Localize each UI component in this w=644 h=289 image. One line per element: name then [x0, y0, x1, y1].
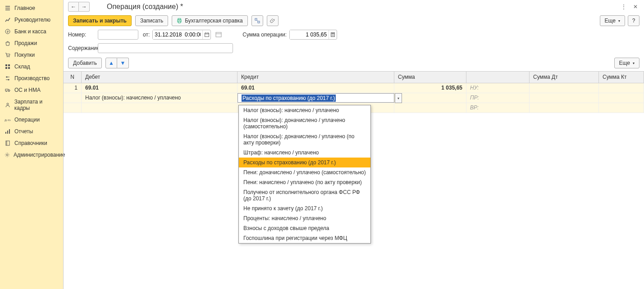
dropdown-item[interactable]: Налог (взносы): доначислено / уплачено (… — [239, 115, 370, 131]
dropdown-item[interactable]: Пени: доначислено / уплачено (самостояте… — [239, 167, 370, 177]
cell-empty[interactable] — [599, 103, 644, 113]
table-row[interactable]: Налог (взносы): начислено / уплачено Рас… — [64, 93, 644, 103]
col-credit[interactable]: Кредит — [238, 72, 394, 83]
cell-credit-sub-active[interactable]: Расходы по страхованию (до 2017 г.) ▾ — [238, 93, 394, 103]
more-button[interactable]: Еще▾ — [600, 15, 625, 26]
svg-point-45 — [333, 36, 333, 36]
dropdown-item[interactable]: Расходы по страхованию (до 2017 г.) — [239, 158, 370, 167]
svg-point-42 — [333, 35, 333, 35]
sidebar-item-label: Банк и касса — [14, 28, 46, 35]
dropdown-toggle-button[interactable]: ▾ — [395, 93, 402, 103]
book-icon — [5, 140, 11, 146]
svg-point-14 — [8, 79, 9, 81]
col-sumdt[interactable]: Сумма Дт — [530, 72, 599, 83]
sidebar-item-2[interactable]: ₽Банк и касса — [0, 26, 63, 37]
sidebar-item-8[interactable]: Зарплата и кадры — [0, 96, 63, 114]
svg-point-5 — [7, 56, 8, 57]
sidebar-item-11[interactable]: Справочники — [0, 137, 63, 149]
sidebar-item-label: Операции — [14, 117, 40, 123]
svg-rect-33 — [205, 33, 209, 37]
sidebar-item-10[interactable]: Отчеты — [0, 126, 63, 137]
dropdown-item[interactable]: Штраф: начислено / уплачено — [239, 148, 370, 158]
sidebar-item-1[interactable]: Руководителю — [0, 14, 63, 26]
sidebar-item-label: Справочники — [14, 140, 47, 146]
svg-rect-36 — [208, 32, 208, 33]
trend-up-icon — [5, 17, 11, 23]
dropdown-item[interactable]: Проценты: начислено / уплачено — [239, 213, 370, 223]
sidebar-item-9[interactable]: ДтКтОперации — [0, 114, 63, 126]
col-debit[interactable]: Дебет — [82, 72, 238, 83]
close-icon[interactable]: ✕ — [631, 3, 639, 11]
cell-empty — [394, 103, 466, 113]
date-input[interactable] — [153, 30, 202, 39]
cell-empty[interactable] — [530, 93, 599, 103]
person-icon — [5, 102, 11, 108]
periodic-icon[interactable] — [215, 32, 222, 38]
dropdown-item[interactable]: Взносы с доходов свыше предела — [239, 223, 370, 233]
help-button[interactable]: ? — [628, 15, 639, 26]
table-header: N Дебет Кредит Сумма Сумма Дт Сумма Кт — [64, 72, 644, 83]
sidebar-item-label: Склад — [14, 63, 30, 70]
credit-sub-dropdown: Налог (взносы): начислено / уплаченоНало… — [238, 105, 371, 244]
col-n[interactable]: N — [64, 72, 82, 83]
sidebar-item-label: Главное — [14, 5, 35, 11]
nav-forward-button[interactable]: → — [79, 2, 90, 12]
calculator-icon[interactable] — [329, 30, 337, 39]
svg-rect-37 — [216, 32, 221, 37]
save-and-close-button[interactable]: Записать и закрыть — [68, 15, 132, 26]
sidebar-item-4[interactable]: Покупки — [0, 49, 63, 61]
dropdown-item[interactable]: Не принято к зачету (до 2017 г.) — [239, 203, 370, 213]
cell-empty — [394, 93, 466, 103]
svg-rect-24 — [6, 141, 9, 145]
move-up-button[interactable]: ▲ — [105, 58, 117, 68]
table-more-button[interactable]: Еще▾ — [614, 58, 639, 68]
col-sumkt[interactable]: Сумма Кт — [599, 72, 644, 83]
svg-point-16 — [6, 91, 7, 92]
more-menu-icon[interactable]: ⋮ — [620, 3, 628, 11]
cell-empty[interactable] — [599, 93, 644, 103]
svg-rect-40 — [332, 33, 334, 34]
content-input[interactable] — [98, 43, 233, 53]
sum-input[interactable] — [290, 30, 329, 39]
cell-debit-account[interactable]: 69.01 — [82, 83, 238, 93]
sidebar-item-12[interactable]: Администрирование — [0, 149, 63, 161]
sidebar-item-7[interactable]: ОС и НМА — [0, 84, 63, 96]
number-input[interactable] — [98, 30, 138, 40]
sidebar-item-5[interactable]: Склад — [0, 61, 63, 72]
sidebar-item-label: Производство — [14, 75, 50, 81]
cell-empty[interactable] — [530, 103, 599, 113]
sidebar-item-6[interactable]: Производство — [0, 72, 63, 84]
printer-icon — [177, 18, 182, 23]
dropdown-item[interactable]: Налог (взносы): доначислено / уплачено (… — [239, 131, 370, 148]
add-row-button[interactable]: Добавить — [68, 58, 102, 68]
cell-credit-account[interactable]: 69.01 — [238, 83, 394, 93]
cell-debit-sub[interactable]: Налог (взносы): начислено / уплачено — [82, 93, 238, 103]
toggle-button-1[interactable] — [251, 15, 263, 26]
svg-rect-15 — [5, 89, 8, 91]
sidebar-item-3[interactable]: Продажи — [0, 37, 63, 49]
cell-sumkt[interactable] — [599, 83, 644, 93]
cell-sum[interactable]: 1 035,65 — [394, 83, 466, 93]
svg-point-46 — [333, 36, 334, 36]
col-sum[interactable]: Сумма — [394, 72, 466, 83]
attach-button[interactable] — [267, 15, 279, 26]
sidebar: ГлавноеРуководителю₽Банк и кассаПродажиП… — [0, 0, 63, 289]
dropdown-item[interactable]: Получено от исполнительного органа ФСС Р… — [239, 187, 370, 203]
dropdown-item[interactable]: Пени: начислено / уплачено (по акту пров… — [239, 177, 370, 187]
svg-rect-9 — [5, 67, 7, 69]
cell-sumdt[interactable] — [530, 83, 599, 93]
sum-label: Сумма операции: — [242, 32, 287, 38]
accounting-report-button[interactable]: Бухгалтерская справка — [172, 15, 248, 26]
sidebar-item-0[interactable]: Главное — [0, 2, 63, 14]
dropdown-item[interactable]: Госпошлина при регистрации через МФЦ — [239, 233, 370, 243]
dropdown-item[interactable]: Налог (взносы): начислено / уплачено — [239, 105, 370, 115]
cell-empty[interactable] — [82, 103, 238, 113]
cell-ind-nu: НУ: — [466, 83, 530, 93]
nav-back-button[interactable]: ← — [68, 2, 79, 12]
move-down-button[interactable]: ▼ — [117, 58, 129, 68]
calendar-icon[interactable] — [202, 30, 210, 39]
truck-icon — [5, 87, 11, 93]
table-row[interactable]: 1 69.01 69.01 1 035,65 НУ: — [64, 83, 644, 93]
save-button[interactable]: Записать — [135, 15, 168, 26]
svg-rect-30 — [255, 18, 257, 20]
